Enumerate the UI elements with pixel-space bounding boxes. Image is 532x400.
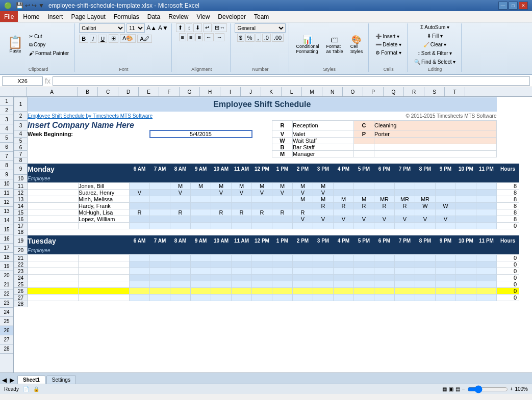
info-link[interactable]: Employee Shift Schedule by Timesheets MT… [28,113,153,119]
slot-15[interactable] [436,209,456,216]
hours-12[interactable]: 8 [497,190,519,196]
slot-11[interactable]: M [191,183,211,190]
slot-17[interactable] [374,223,395,229]
maximize-btn[interactable]: □ [509,2,518,10]
slot-17[interactable] [232,223,252,229]
slot-13[interactable]: MR [374,196,395,203]
slot-15[interactable] [456,209,476,216]
slot-16[interactable] [456,216,476,223]
slot-15[interactable] [374,209,395,216]
slot-11[interactable]: M [293,183,313,190]
increase-indent-btn[interactable]: → [215,33,224,41]
undo-quick-btn[interactable]: ↩ [25,2,30,9]
slot-16[interactable] [191,216,211,223]
slot-11[interactable]: M [252,183,272,190]
slot-13[interactable]: MR [395,196,415,203]
slot-14[interactable] [211,203,232,209]
align-top-btn[interactable]: ⬆ [176,23,185,32]
slot-17[interactable] [252,223,272,229]
slot-12[interactable] [476,190,497,196]
slot-11[interactable]: M [272,183,293,190]
slot-14[interactable] [130,203,150,209]
slot-17[interactable] [476,223,497,229]
sheet-tab-settings[interactable]: Settings [46,376,76,384]
normal-view-btn[interactable]: ▦ [442,386,447,392]
slot-11[interactable] [374,183,395,190]
slot-15[interactable]: R [130,209,150,216]
slot-11[interactable] [476,183,497,190]
slot-11[interactable]: M [232,183,252,190]
slot-15[interactable]: R [211,209,232,216]
formulas-menu[interactable]: Formulas [110,11,143,22]
number-format-select[interactable]: General [235,23,286,33]
clear-btn[interactable]: 🧹Clear ▾ [421,41,449,48]
underline-btn[interactable]: U [98,35,107,43]
copy-btn[interactable]: ⧉Copy [27,41,71,49]
slot-15[interactable] [313,209,334,216]
decrease-decimal-btn[interactable]: .0 [262,34,271,42]
slot-13[interactable]: MR [415,196,436,203]
slot-15[interactable] [415,209,436,216]
employee-name-17[interactable] [79,223,130,229]
copyright-text[interactable]: © 2011-2015 Timesheets MTS Software [293,112,497,121]
slot-17[interactable] [313,223,334,229]
slot-17[interactable] [272,223,293,229]
slot-14[interactable] [191,203,211,209]
slot-12[interactable]: V [252,190,272,196]
slot-12[interactable]: V [170,190,191,196]
slot-15[interactable] [334,209,354,216]
align-left-btn[interactable]: ≡ [179,33,186,41]
slot-16[interactable] [170,216,191,223]
slot-17[interactable] [130,223,150,229]
slot-12[interactable]: V [313,190,334,196]
tuesday-header[interactable]: Tuesday [28,235,130,247]
percent-btn[interactable]: % [245,34,255,42]
employee-name-11[interactable]: Jones, Bill [79,183,130,190]
slot-15[interactable]: R [293,209,313,216]
slot-13[interactable]: M [313,196,334,203]
company-name[interactable]: Insert Company Name Here [28,121,272,130]
slot-14[interactable] [232,203,252,209]
slot-13[interactable] [130,196,150,203]
slot-11[interactable]: M [170,183,191,190]
cell-styles-btn[interactable]: 🎨 CellStyles [348,34,366,56]
slot-13[interactable]: M [334,196,354,203]
team-menu[interactable]: Team [250,11,273,22]
slot-13[interactable] [436,196,456,203]
font-shrink-btn[interactable]: A▼ [158,24,168,32]
slot-16[interactable]: V [436,216,456,223]
slot-15[interactable] [150,209,170,216]
employee-name-14[interactable]: Hardy, Frank [79,203,130,209]
slot-13[interactable] [150,196,170,203]
hours-16[interactable]: 8 [497,216,519,223]
hours-11[interactable]: 8 [497,183,519,190]
grid-area[interactable]: 1Employee Shift Schedule2Employee Shift … [14,97,532,372]
format-as-table-btn[interactable]: 🗃 Formatas Table [323,34,345,56]
hours-13[interactable]: 8 [497,196,519,203]
slot-12[interactable]: V [293,190,313,196]
slot-11[interactable] [415,183,436,190]
slot-14[interactable] [293,203,313,209]
insert-menu[interactable]: Insert [43,11,67,22]
slot-13[interactable] [170,196,191,203]
slot-17[interactable] [395,223,415,229]
slot-16[interactable]: V [293,216,313,223]
slot-17[interactable] [150,223,170,229]
horizontal-scrollbar[interactable] [77,377,530,384]
page-break-view-btn[interactable]: ▤ [455,386,460,392]
slot-11[interactable] [334,183,354,190]
slot-15[interactable] [354,209,374,216]
slot-12[interactable] [191,190,211,196]
slot-15[interactable] [191,209,211,216]
slot-13[interactable] [272,196,293,203]
paste-btn[interactable]: 📋 Paste [5,34,26,56]
hours-15[interactable]: 8 [497,209,519,216]
format-cells-btn[interactable]: ⚙Format ▾ [373,49,404,57]
align-bottom-btn[interactable]: ⬇ [193,23,202,32]
week-date[interactable]: 5/4/2015 [150,130,252,138]
home-menu[interactable]: Home [19,11,43,22]
comma-btn[interactable]: , [256,34,261,42]
slot-12[interactable] [354,190,374,196]
page-layout-view-btn[interactable]: ▣ [449,386,453,392]
slot-14[interactable] [272,203,293,209]
